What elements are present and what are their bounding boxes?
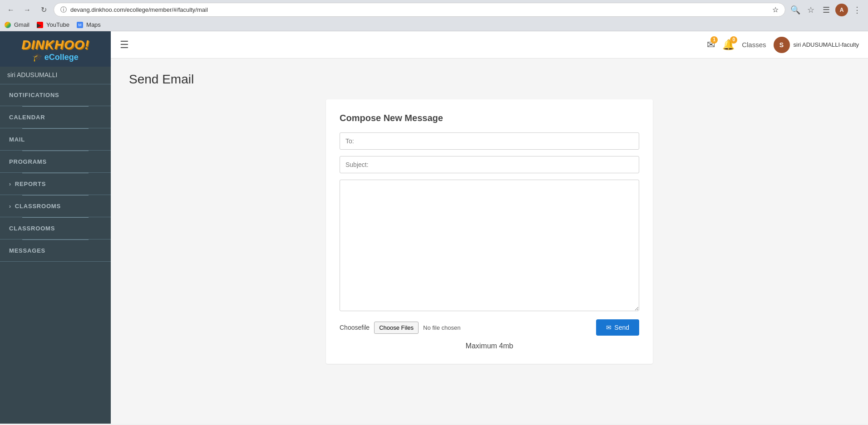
gmail-label: Gmail bbox=[14, 21, 30, 28]
sidebar-item-notifications[interactable]: NOTIFICATIONS bbox=[0, 84, 111, 106]
bookmarks-bar: Gmail ▶ YouTube M Maps bbox=[0, 20, 868, 31]
browser-chrome: ← → ↻ ⓘ ☆ 🔍 ☆ ☰ A ⋮ Gmail ▶ YouTube M Ma… bbox=[0, 0, 868, 31]
main-content: Send Email Compose New Message Choosefil… bbox=[111, 59, 868, 424]
subject-input[interactable] bbox=[340, 156, 639, 173]
compose-title: Compose New Message bbox=[340, 113, 639, 123]
security-icon: ⓘ bbox=[60, 6, 67, 14]
bookmark-gmail[interactable]: Gmail bbox=[5, 21, 30, 28]
gmail-icon bbox=[5, 22, 11, 28]
calendar-label: CALENDAR bbox=[9, 114, 45, 121]
sidebar-user: siri ADUSUMALLI bbox=[0, 67, 111, 84]
page-title: Send Email bbox=[129, 72, 850, 87]
youtube-label: YouTube bbox=[46, 21, 69, 28]
logo-dinkhoo: DINKHOO! bbox=[5, 38, 106, 52]
mail-badge: 1 bbox=[710, 36, 718, 44]
forward-button[interactable]: → bbox=[21, 4, 34, 16]
body-textarea[interactable] bbox=[340, 180, 639, 311]
sidebar-item-mail[interactable]: MAIL bbox=[0, 129, 111, 151]
send-label: Send bbox=[614, 324, 629, 331]
profile-avatar[interactable]: A bbox=[835, 4, 848, 16]
url-input[interactable] bbox=[70, 6, 769, 13]
topbar-user[interactable]: S siri ADUSUMALLI-faculty bbox=[774, 37, 859, 53]
compose-section: Compose New Message Choosefile bbox=[326, 99, 653, 364]
topbar-left: ☰ bbox=[120, 39, 129, 51]
maps-label: Maps bbox=[86, 21, 101, 28]
browser-actions: 🔍 ☆ ☰ A ⋮ bbox=[789, 4, 863, 16]
mail-icon-wrap[interactable]: ✉ 1 bbox=[707, 39, 715, 51]
sidebar-logo: DINKHOO! 🎓 eCollege bbox=[0, 31, 111, 67]
send-button[interactable]: ✉ Send bbox=[596, 319, 639, 336]
reports-label: REPORTS bbox=[15, 181, 46, 187]
reports-chevron-icon: › bbox=[9, 181, 11, 187]
maps-icon: M bbox=[77, 22, 83, 28]
programs-label: PROGRAMS bbox=[9, 158, 47, 165]
choose-files-button[interactable]: Choose Files bbox=[374, 322, 419, 334]
sidebar-toggle-icon[interactable]: ☰ bbox=[820, 4, 833, 16]
topbar: ☰ ✉ 1 🔔 0 Classes S siri ADUSUMALLI-facu… bbox=[111, 31, 868, 59]
to-group bbox=[340, 132, 639, 150]
to-input[interactable] bbox=[340, 132, 639, 150]
sidebar-item-programs[interactable]: PROGRAMS bbox=[0, 151, 111, 173]
choosefile-label: Choosefile bbox=[340, 324, 370, 331]
classrooms2-label: CLASSROOMS bbox=[9, 225, 55, 232]
classrooms1-label: CLASSROOMS bbox=[15, 203, 61, 210]
star-icon[interactable]: ☆ bbox=[772, 5, 779, 14]
notif-badge: 0 bbox=[730, 36, 737, 44]
mail-label: MAIL bbox=[9, 136, 25, 143]
sidebar-item-reports[interactable]: › REPORTS bbox=[0, 173, 111, 195]
hamburger-icon[interactable]: ☰ bbox=[120, 39, 129, 51]
browser-toolbar: ← → ↻ ⓘ ☆ 🔍 ☆ ☰ A ⋮ bbox=[0, 0, 868, 20]
sidebar: DINKHOO! 🎓 eCollege siri ADUSUMALLI NOTI… bbox=[0, 31, 111, 424]
back-button[interactable]: ← bbox=[5, 4, 17, 16]
notifications-label: NOTIFICATIONS bbox=[9, 92, 59, 98]
user-avatar: S bbox=[774, 37, 790, 53]
notification-icon-wrap[interactable]: 🔔 0 bbox=[722, 39, 735, 51]
no-file-text: No file chosen bbox=[423, 324, 460, 331]
sidebar-item-classrooms-1[interactable]: › CLASSROOMS bbox=[0, 195, 111, 217]
classes-link[interactable]: Classes bbox=[742, 41, 766, 49]
file-left: Choosefile Choose Files No file chosen bbox=[340, 322, 460, 334]
youtube-icon: ▶ bbox=[37, 22, 43, 28]
sidebar-username: siri ADUSUMALLI bbox=[7, 71, 57, 78]
send-icon: ✉ bbox=[606, 324, 612, 331]
logo-ecollege: eCollege bbox=[44, 53, 79, 62]
messages-label: MESSAGES bbox=[9, 247, 45, 254]
right-panel: ☰ ✉ 1 🔔 0 Classes S siri ADUSUMALLI-facu… bbox=[111, 31, 868, 424]
bookmark-maps[interactable]: M Maps bbox=[77, 21, 101, 28]
page-wrapper: DINKHOO! 🎓 eCollege siri ADUSUMALLI NOTI… bbox=[0, 31, 868, 424]
sidebar-item-classrooms-2[interactable]: CLASSROOMS bbox=[0, 218, 111, 239]
classrooms1-chevron-icon: › bbox=[9, 203, 11, 210]
file-row: Choosefile Choose Files No file chosen ✉… bbox=[340, 319, 639, 336]
search-icon[interactable]: 🔍 bbox=[789, 4, 802, 16]
menu-icon[interactable]: ⋮ bbox=[851, 4, 863, 16]
reload-button[interactable]: ↻ bbox=[37, 4, 50, 16]
sidebar-nav: NOTIFICATIONS CALENDAR MAIL PROGRAMS › R… bbox=[0, 84, 111, 424]
bookmark-youtube[interactable]: ▶ YouTube bbox=[37, 21, 69, 28]
address-bar[interactable]: ⓘ ☆ bbox=[54, 3, 785, 17]
bookmark-icon[interactable]: ☆ bbox=[804, 4, 817, 16]
max-size-text: Maximum 4mb bbox=[340, 342, 639, 350]
logo-cap-icon: 🎓 bbox=[32, 53, 42, 62]
body-group bbox=[340, 180, 639, 313]
topbar-username: siri ADUSUMALLI-faculty bbox=[794, 41, 859, 48]
sidebar-item-calendar[interactable]: CALENDAR bbox=[0, 107, 111, 128]
topbar-right: ✉ 1 🔔 0 Classes S siri ADUSUMALLI-facult… bbox=[707, 37, 859, 53]
subject-group bbox=[340, 156, 639, 173]
sidebar-item-messages[interactable]: MESSAGES bbox=[0, 240, 111, 262]
